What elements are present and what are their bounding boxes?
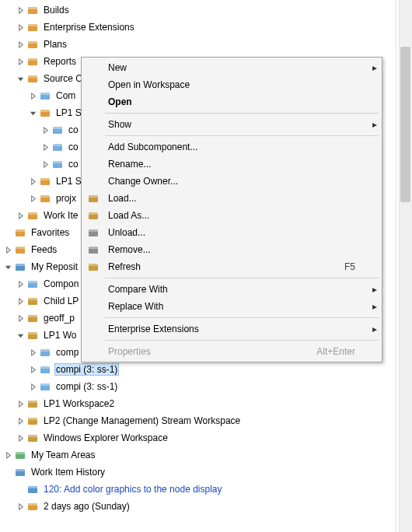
svg-rect-15 — [53, 127, 62, 129]
svg-rect-39 — [28, 332, 37, 334]
tree-item[interactable]: LP1 Workspace2 — [0, 395, 396, 412]
expand-closed-icon[interactable] — [16, 502, 25, 511]
tree-item[interactable]: Enterprise Extensions — [0, 19, 396, 36]
scrollbar-track[interactable] — [399, 0, 412, 532]
menu-item[interactable]: Add Subcomponent... — [83, 138, 380, 156]
svg-rect-5 — [28, 41, 37, 44]
menu-item[interactable]: Unload... — [83, 224, 380, 241]
stream-icon — [39, 192, 51, 205]
tree-item-label: LP1 S — [54, 107, 83, 118]
expand-closed-icon[interactable] — [16, 279, 25, 289]
menu-item[interactable]: Compare With▸ — [83, 281, 380, 298]
svg-rect-67 — [89, 247, 98, 249]
expand-closed-icon[interactable] — [16, 57, 25, 66]
svg-rect-21 — [40, 178, 50, 180]
expand-open-icon[interactable] — [16, 331, 25, 340]
menu-item-label: Change Owner... — [103, 176, 355, 187]
expand-closed-icon[interactable] — [16, 5, 25, 15]
menu-item[interactable]: Remove... — [83, 241, 380, 258]
menu-item[interactable]: RefreshF5 — [83, 258, 380, 275]
tree-item-label: Source C — [42, 73, 84, 84]
tree-item[interactable]: 2 days ago (Sunday) — [0, 498, 396, 515]
tree-item[interactable]: LP2 (Change Management) Stream Workspace — [0, 412, 396, 429]
tree-item-label: geoff_p — [42, 313, 76, 324]
menu-item-label: Unload... — [103, 227, 355, 238]
expand-closed-icon[interactable] — [40, 125, 50, 135]
menu-item-label: Open — [103, 96, 355, 107]
workitems-icon — [26, 209, 39, 222]
expand-open-icon[interactable] — [16, 74, 25, 83]
menu-item-label: Refresh — [103, 261, 344, 272]
expand-closed-icon[interactable] — [16, 40, 25, 49]
menu-separator — [105, 113, 379, 114]
menu-item[interactable]: Replace With▸ — [83, 298, 380, 315]
expand-open-icon[interactable] — [3, 262, 12, 271]
expand-closed-icon[interactable] — [16, 313, 25, 323]
tree-item-label: Plans — [42, 39, 68, 50]
menu-item[interactable]: Enterprise Extensions▸ — [83, 320, 380, 338]
menu-item[interactable]: Load As... — [83, 207, 380, 224]
tree-item-label: Windows Explorer Workspace — [42, 432, 169, 443]
load-icon — [83, 193, 103, 204]
expand-closed-icon[interactable] — [16, 416, 25, 425]
submenu-arrow-icon: ▸ — [369, 324, 380, 334]
comp-icon — [26, 278, 39, 290]
expand-closed-icon[interactable] — [28, 91, 37, 100]
svg-rect-19 — [53, 161, 62, 163]
expand-closed-icon[interactable] — [3, 245, 12, 254]
tree-item-label: Com — [54, 90, 77, 101]
expand-open-icon[interactable] — [28, 108, 37, 117]
expand-closed-icon[interactable] — [16, 433, 25, 443]
menu-item-label: Remove... — [103, 244, 355, 255]
svg-rect-29 — [16, 247, 25, 249]
menu-item-label: Properties — [103, 346, 316, 357]
tree-item[interactable]: Windows Explorer Workspace — [0, 429, 396, 446]
svg-rect-49 — [28, 418, 37, 420]
svg-rect-7 — [28, 58, 37, 61]
expand-closed-icon[interactable] — [40, 142, 50, 152]
menu-item-label: Load As... — [103, 210, 355, 221]
team-icon — [14, 449, 26, 461]
svg-rect-45 — [40, 383, 50, 386]
tree-item[interactable]: compi (3: ss-1) — [0, 361, 396, 378]
tree-item-label: 120: Add color graphics to the node disp… — [42, 484, 224, 495]
stream-icon — [39, 175, 51, 187]
menu-item[interactable]: Open in Workspace — [83, 76, 380, 93]
tree-item[interactable]: 120: Add color graphics to the node disp… — [0, 481, 396, 498]
tree-item-label: compi (3: ss-1) — [54, 381, 119, 392]
scrollbar-thumb[interactable] — [400, 47, 410, 202]
menu-separator — [105, 278, 379, 278]
tree-item-label: co — [67, 124, 80, 135]
tree-item[interactable]: My Team Areas — [0, 446, 396, 464]
tree-item-label: My Reposit — [30, 261, 79, 272]
expand-closed-icon[interactable] — [16, 296, 25, 306]
refresh-icon — [83, 261, 103, 272]
ws-icon — [26, 312, 39, 324]
expand-closed-icon[interactable] — [16, 399, 25, 408]
tree-item[interactable]: compi (3: ss-1) — [0, 378, 396, 395]
expand-closed-icon[interactable] — [40, 159, 50, 169]
menu-item[interactable]: New▸ — [83, 59, 380, 76]
ws-icon — [26, 329, 39, 341]
svg-rect-25 — [28, 212, 37, 215]
expand-closed-icon[interactable] — [28, 177, 37, 186]
svg-rect-33 — [28, 281, 37, 283]
tree-item[interactable]: Work Item History — [0, 464, 396, 481]
wi-icon — [26, 483, 39, 495]
expand-closed-icon[interactable] — [28, 365, 37, 374]
expand-closed-icon[interactable] — [16, 23, 25, 32]
expand-closed-icon[interactable] — [28, 194, 37, 203]
tree-item[interactable]: Plans — [0, 36, 396, 53]
expand-closed-icon[interactable] — [28, 382, 37, 391]
expand-closed-icon[interactable] — [16, 211, 25, 220]
expand-closed-icon[interactable] — [28, 348, 37, 357]
submenu-arrow-icon: ▸ — [369, 119, 380, 130]
expand-closed-icon[interactable] — [3, 450, 12, 460]
tree-item[interactable]: Builds — [0, 2, 396, 19]
menu-item[interactable]: Load... — [83, 190, 380, 207]
menu-item[interactable]: Open — [83, 93, 380, 110]
svg-rect-51 — [28, 435, 37, 437]
menu-item[interactable]: Change Owner... — [83, 173, 380, 190]
menu-item[interactable]: Rename... — [83, 156, 380, 173]
menu-item[interactable]: Show▸ — [83, 116, 380, 133]
